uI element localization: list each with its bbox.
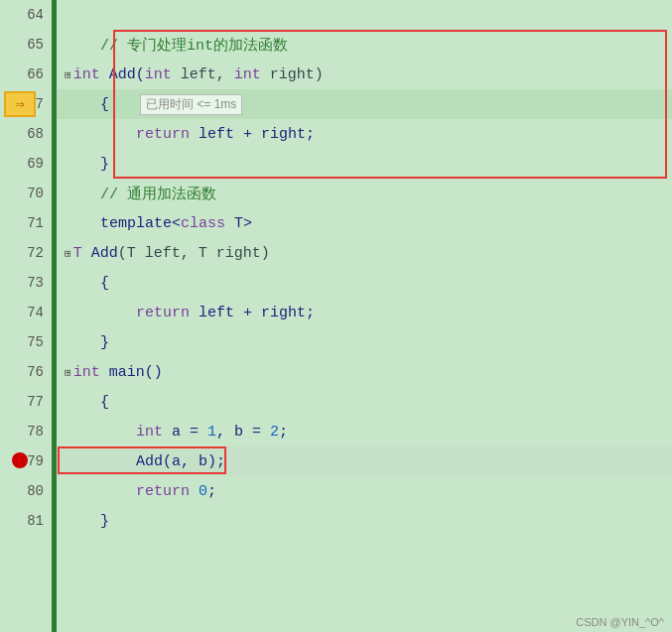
- code-line-74: return left + right;: [57, 298, 672, 327]
- timing-tooltip: 已用时间 <= 1ms: [140, 94, 242, 115]
- code-line-72: ⊞T Add(T left, T right): [57, 238, 672, 268]
- line-num-70: 70: [0, 179, 52, 208]
- code-line-80: return 0;: [57, 476, 672, 506]
- fold-icon-76[interactable]: ⊞: [65, 366, 71, 379]
- num-0: 0: [199, 483, 207, 500]
- fold-icon-66[interactable]: ⊞: [65, 68, 71, 81]
- code-line-75: }: [57, 327, 672, 357]
- line-num-65: 65: [0, 30, 52, 60]
- func-main: main: [109, 364, 145, 381]
- func-add-72: Add: [91, 245, 118, 262]
- line-num-71: 71: [0, 208, 52, 238]
- code-line-76: ⊞int main(): [57, 357, 672, 387]
- type-int-left: int: [145, 66, 172, 83]
- watermark: CSDN @YIN_^O^: [576, 616, 664, 628]
- code-line-65: // 专门处理int的加法函数: [57, 30, 672, 60]
- type-T: T: [73, 245, 82, 262]
- code-lines: // 专门处理int的加法函数 ⊞int Add(int left, int r…: [57, 0, 672, 632]
- type-int-main: int: [73, 364, 100, 381]
- type-int-right: int: [234, 66, 261, 83]
- func-add-call: Add: [136, 453, 163, 470]
- code-line-81: }: [57, 506, 672, 536]
- line-num-76: 76: [0, 357, 52, 387]
- code-line-69: }: [57, 149, 672, 179]
- num-1: 1: [207, 424, 216, 441]
- num-2: 2: [270, 424, 279, 441]
- code-line-67: { 已用时间 <= 1ms: [57, 89, 672, 119]
- keyword-return-68: return: [136, 126, 190, 143]
- type-int-78: int: [136, 424, 163, 441]
- keyword-return-74: return: [136, 305, 190, 321]
- code-line-79: Add(a, b);: [57, 446, 672, 476]
- line-num-78: 78: [0, 417, 52, 446]
- code-line-70: // 通用加法函数: [57, 179, 672, 208]
- line-num-68: 68: [0, 119, 52, 149]
- keyword-int-66: int: [73, 66, 100, 83]
- line-num-81: 81: [0, 506, 52, 536]
- debug-arrow-indicator: ⇒: [2, 89, 38, 119]
- fold-icon-72[interactable]: ⊞: [65, 247, 71, 260]
- line-num-66: 66: [0, 60, 52, 89]
- line-num-74: 74: [0, 298, 52, 327]
- breakpoint-marker[interactable]: [12, 452, 28, 468]
- code-line-71: template<class T>: [57, 208, 672, 238]
- code-line-66: ⊞int Add(int left, int right): [57, 60, 672, 89]
- code-line-73: {: [57, 268, 672, 298]
- line-num-73: 73: [0, 268, 52, 298]
- code-line-68: return left + right;: [57, 119, 672, 149]
- line-num-80: 80: [0, 476, 52, 506]
- line-num-64: 64: [0, 0, 52, 30]
- keyword-template: template: [100, 215, 172, 232]
- line-num-69: 69: [0, 149, 52, 179]
- keyword-return-80: return: [136, 483, 190, 500]
- keyword-class: class: [181, 215, 225, 232]
- line-num-75: 75: [0, 327, 52, 357]
- comment-65: // 专门处理int的加法函数: [65, 36, 288, 55]
- line-num-77: 77: [0, 387, 52, 417]
- gutter: 64 65 66 67 68 69 70 71 72 73 74 75 76 7…: [0, 0, 52, 632]
- func-add-66: Add: [109, 66, 136, 83]
- code-editor: 64 65 66 67 68 69 70 71 72 73 74 75 76 7…: [0, 0, 672, 632]
- code-line-78: int a = 1, b = 2;: [57, 417, 672, 446]
- line-num-72: 72: [0, 238, 52, 268]
- comment-70: // 通用加法函数: [65, 185, 216, 203]
- code-line-64: [57, 0, 672, 30]
- arrow-icon: ⇒: [4, 91, 36, 117]
- code-line-77: {: [57, 387, 672, 417]
